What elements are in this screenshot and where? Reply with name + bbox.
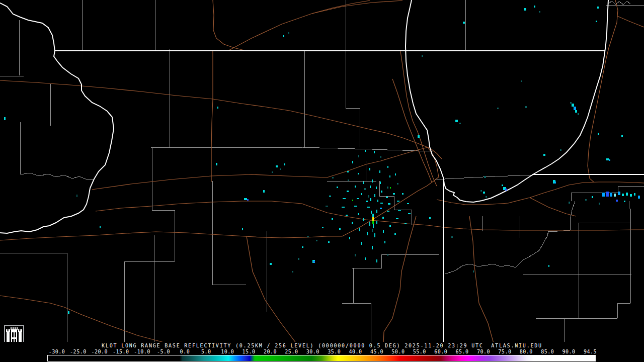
colorbar-tick-label: 70.0 [477, 349, 490, 354]
colorbar-tick-label: 20.0 [264, 349, 277, 354]
colorbar-tick-label: 35.0 [328, 349, 341, 354]
colorbar-tick-label: -15.0 [113, 349, 129, 354]
colorbar-tick-label: -30.0 [49, 349, 65, 354]
status-bar: KLOT LONG RANGE BASE REFLECTIVITY (0.25K… [0, 342, 644, 362]
road-lines [0, 0, 644, 345]
colorbar-tick-label: 55.0 [413, 349, 426, 354]
colorbar-tick-label: 85.0 [541, 349, 554, 354]
colorbar-tick-label: 50.0 [391, 349, 405, 354]
colorbar-tick-label: 10.0 [221, 349, 234, 354]
county-lines [0, 0, 644, 345]
colorbar-tick-label: -25.0 [70, 349, 87, 354]
radar-echoes [4, 6, 640, 314]
reflectivity-colorbar [47, 355, 596, 361]
colorbar-tick-label: 80.0 [520, 349, 533, 354]
colorbar-tick-label: 75.0 [498, 349, 511, 354]
colorbar-tick-label: 60.0 [434, 349, 447, 354]
colorbar-tick-label: 94.5 [584, 349, 597, 354]
colorbar-tick-label: -10.0 [134, 349, 150, 354]
colorbar-tick-label: -5.0 [157, 349, 170, 354]
colorbar-tick-label: 40.0 [349, 349, 362, 354]
colorbar-tick-label: 5.0 [201, 349, 211, 354]
radar-map [0, 0, 644, 345]
colorbar-tick-label: 0.0 [180, 349, 190, 354]
radar-viewer: NIU KLOT LONG RANGE BASE REFLECTIVITY (0… [0, 0, 644, 362]
radar-product-title: KLOT LONG RANGE BASE REFLECTIVITY (0.25K… [0, 343, 644, 348]
colorbar-tick-label: -20.0 [91, 349, 108, 354]
colorbar-labels: -30.0-25.0-20.0-15.0-10.0-5.00.05.010.01… [0, 349, 644, 355]
colorbar-tick-label: 25.0 [285, 349, 298, 354]
colorbar-tick-label: 90.0 [562, 349, 576, 354]
colorbar-tick-label: 65.0 [456, 349, 469, 354]
state-lines [0, 0, 644, 345]
colorbar-tick-label: 15.0 [243, 349, 256, 354]
colorbar-tick-label: 30.0 [306, 349, 319, 354]
colorbar-tick-label: 45.0 [370, 349, 383, 354]
